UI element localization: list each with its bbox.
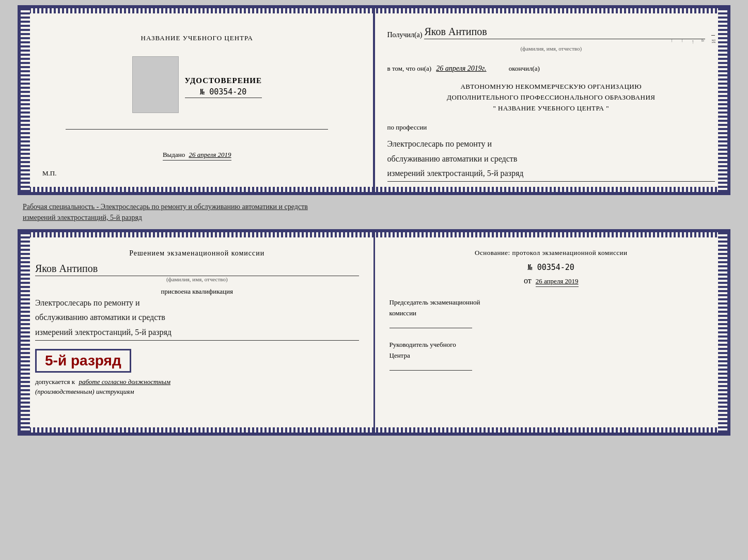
in-that-label: в том, что он(а)	[387, 65, 432, 72]
chairman-line1: Председатель экзаменационной	[389, 297, 713, 308]
rank-badge: 5-й разряд	[35, 349, 131, 373]
head-line2: Центра	[389, 350, 713, 361]
chairman-line2: комиссии	[389, 308, 713, 319]
org-block: АВТОНОМНУЮ НЕКОММЕРЧЕСКУЮ ОРГАНИЗАЦИЮ ДО…	[387, 82, 715, 114]
cert-title: УДОСТОВЕРЕНИЕ	[185, 76, 262, 85]
bottom-right-decoration	[718, 232, 727, 433]
right-side-decoration: И а ← – –	[669, 39, 717, 45]
profession-value: Электрослесарь по ремонту и обслуживанию…	[387, 137, 715, 182]
date-prefix: от	[524, 276, 532, 285]
allowed-label: допускается к	[35, 378, 75, 386]
commission-person-name: Яков Антипов	[35, 263, 359, 276]
qual-line2: обслуживанию автоматики и средств	[35, 310, 359, 325]
diploma-top-spread: НАЗВАНИЕ УЧЕБНОГО ЦЕНТРА УДОСТОВЕРЕНИЕ №…	[18, 5, 730, 195]
bottom-right-panel: Основание: протокол экзаменационной коми…	[375, 232, 728, 433]
dash-after-name: –	[711, 31, 715, 39]
issued-label: Выдано	[163, 151, 185, 158]
qual-line3: измерений электростанций, 5-й разряд	[35, 325, 359, 340]
basis-title: Основание: протокол экзаменационной коми…	[389, 248, 713, 259]
completed-label: окончил(а)	[509, 65, 540, 72]
middle-line1: Рабочая специальность - Электрослесарь п…	[23, 201, 725, 212]
org-line2: ДОПОЛНИТЕЛЬНОГО ПРОФЕССИОНАЛЬНОГО ОБРАЗО…	[387, 92, 715, 103]
middle-text-block: Рабочая специальность - Электрослесарь п…	[18, 199, 730, 225]
cert-number: № 00354-20	[185, 87, 262, 98]
allowed-italic: (производственным) инструкциям	[35, 388, 359, 396]
access-line: допускается к работе согласно должностны…	[35, 377, 359, 388]
school-name-top: НАЗВАНИЕ УЧЕБНОГО ЦЕНТРА	[141, 34, 253, 42]
chairman-signature-line	[389, 319, 472, 328]
completion-date: 26 апреля 2019г.	[436, 65, 486, 72]
protocol-number: № 00354-20	[389, 263, 713, 272]
profession-label: по профессии	[387, 123, 715, 132]
qualification-text: Электрослесарь по ремонту и обслуживанию…	[35, 296, 359, 341]
commission-title: Решением экзаменационной комиссии	[35, 248, 359, 259]
recipient-line: Получил(а) Яков Антипов –	[387, 26, 715, 39]
bottom-left-panel: Решением экзаменационной комиссии Яков А…	[21, 232, 375, 433]
rank-badge-text: 5-й разряд	[45, 353, 121, 369]
photo-placeholder	[132, 56, 179, 113]
issued-date: 26 апреля 2019	[189, 151, 231, 158]
recipient-name: Яков Антипов	[424, 26, 705, 39]
qual-line1: Электрослесарь по ремонту и	[35, 296, 359, 311]
diploma-bottom-spread: Решением экзаменационной комиссии Яков А…	[18, 229, 730, 436]
recipient-label: Получил(а)	[387, 31, 423, 39]
profession-line1: Электрослесарь по ремонту и	[387, 137, 715, 152]
fio-sub-bottom: (фамилия, имя, отчество)	[35, 276, 359, 282]
completion-line: в том, что он(а) 26 апреля 2019г. окончи…	[387, 63, 715, 74]
profession-line3: измерений электростанций, 5-й разряд	[387, 166, 715, 181]
profession-line2: обслуживанию автоматики и средств	[387, 152, 715, 167]
org-line1: АВТОНОМНУЮ НЕКОММЕРЧЕСКУЮ ОРГАНИЗАЦИЮ	[387, 82, 715, 92]
issued-line: Выдано 26 апреля 2019	[163, 151, 231, 161]
fio-sub-top: (фамилия, имя, отчество)	[387, 45, 715, 52]
protocol-date: 26 апреля 2019	[536, 277, 579, 287]
head-line1: Руководитель учебного	[389, 340, 713, 350]
top-right-panel: Получил(а) Яков Антипов – (фамилия, имя,…	[375, 8, 728, 192]
org-line3: " НАЗВАНИЕ УЧЕБНОГО ЦЕНТРА "	[387, 103, 715, 114]
right-decoration	[718, 8, 727, 192]
top-left-panel: НАЗВАНИЕ УЧЕБНОГО ЦЕНТРА УДОСТОВЕРЕНИЕ №…	[21, 8, 375, 192]
mp-label: М.П.	[42, 169, 56, 178]
middle-line2: измерений электростанций, 5-й разряд	[23, 212, 725, 223]
head-signature-line	[389, 361, 472, 371]
allowed-value: работе согласно должностным	[79, 378, 170, 386]
head-block: Руководитель учебного Центра	[389, 340, 713, 374]
assigned-label: присвоена квалификация	[35, 287, 359, 296]
protocol-date-wrapper: от 26 апреля 2019	[389, 274, 713, 287]
chairman-block: Председатель экзаменационной комиссии	[389, 297, 713, 331]
